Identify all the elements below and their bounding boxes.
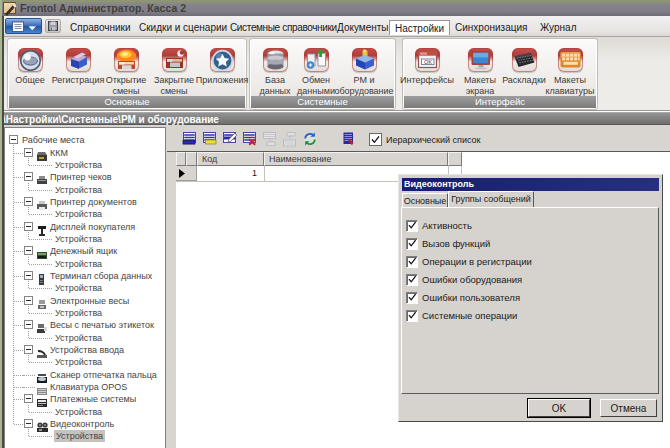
svg-text:OK: OK	[424, 59, 432, 65]
